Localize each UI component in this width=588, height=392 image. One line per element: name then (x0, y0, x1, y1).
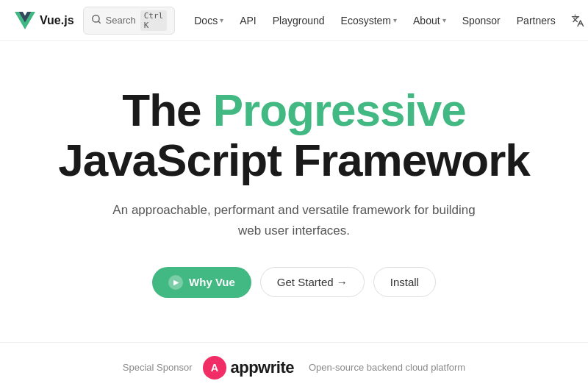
nav-right-actions (566, 9, 588, 32)
hero-section: The Progressive JavaScript Framework An … (0, 41, 588, 335)
hero-cta-buttons: ▶ Why Vue Get Started → Install (152, 267, 436, 298)
hero-title: The Progressive JavaScript Framework (58, 85, 530, 185)
search-label: Search (106, 15, 136, 26)
nav-item-playground[interactable]: Playground (265, 10, 332, 31)
nav-links: Docs ▾ API Playground Ecosystem ▾ About … (187, 10, 562, 31)
hero-subtitle: An approachable, performant and versatil… (103, 200, 485, 240)
nav-item-api[interactable]: API (232, 10, 264, 31)
appwrite-icon: A (203, 356, 226, 379)
nav-item-partners[interactable]: Partners (509, 10, 563, 31)
why-vue-button[interactable]: ▶ Why Vue (152, 267, 251, 298)
play-icon: ▶ (168, 275, 183, 290)
nav-item-sponsor[interactable]: Sponsor (455, 10, 508, 31)
install-button[interactable]: Install (373, 267, 436, 297)
appwrite-name: appwrite (231, 358, 294, 377)
chevron-down-icon: ▾ (442, 16, 446, 24)
vue-logo-icon (15, 10, 35, 31)
search-icon (91, 14, 101, 26)
sponsor-label: Special Sponsor (123, 362, 193, 373)
hero-title-progressive: Progressive (213, 85, 466, 135)
get-started-button[interactable]: Get Started → (260, 267, 365, 297)
nav-item-about[interactable]: About ▾ (406, 10, 453, 31)
search-shortcut: Ctrl K (140, 10, 168, 31)
navbar: Vue.js Search Ctrl K Docs ▾ API Playgrou… (0, 0, 588, 41)
chevron-down-icon: ▾ (220, 16, 223, 24)
sponsor-bar: Special Sponsor A appwrite Open-source b… (0, 342, 588, 392)
chevron-down-icon: ▾ (393, 16, 397, 24)
nav-item-docs[interactable]: Docs ▾ (187, 10, 231, 31)
nav-item-ecosystem[interactable]: Ecosystem ▾ (334, 10, 404, 31)
appwrite-logo[interactable]: A appwrite (203, 356, 294, 379)
translate-button[interactable] (566, 9, 588, 32)
logo-link[interactable]: Vue.js (15, 10, 74, 31)
sponsor-description: Open-source backend cloud platform (309, 362, 465, 373)
search-box[interactable]: Search Ctrl K (83, 7, 176, 35)
svg-text:A: A (210, 362, 218, 374)
svg-line-1 (98, 21, 100, 24)
logo-text: Vue.js (40, 14, 74, 27)
